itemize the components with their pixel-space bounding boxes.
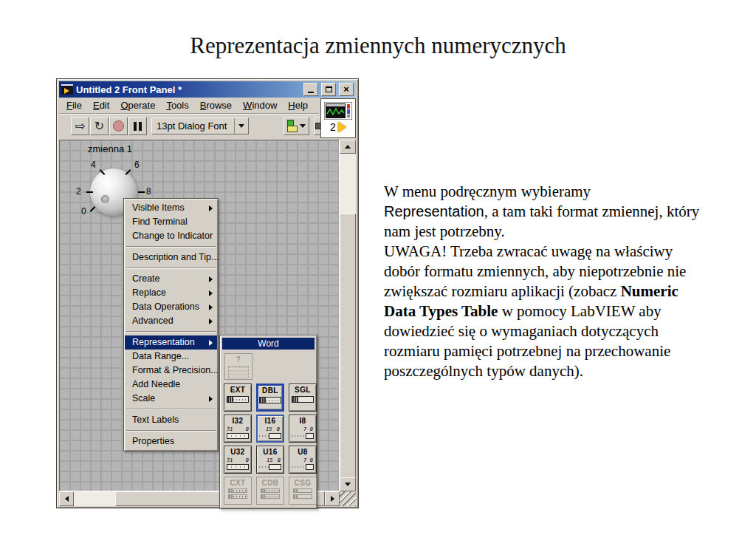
menu-item-description-and-tip[interactable]: Description and Tip... <box>125 251 217 265</box>
knob-tick <box>90 206 96 212</box>
menu-item-advanced[interactable]: Advanced <box>125 314 217 328</box>
close-button[interactable]: × <box>339 83 354 96</box>
menu-separator <box>126 246 216 248</box>
menu-item-scale[interactable]: Scale <box>125 392 217 406</box>
run-button[interactable]: ⇨ <box>71 117 89 135</box>
menu-item-format-precision[interactable]: Format & Precision... <box>125 364 217 378</box>
type-SGL[interactable]: SGL <box>289 384 317 412</box>
scroll-left-icon <box>65 496 69 502</box>
submenu-arrow-icon <box>209 276 213 282</box>
pause-button[interactable] <box>128 117 147 135</box>
vertical-scrollbar[interactable] <box>340 140 356 491</box>
menu-item-change-to-indicator[interactable]: Change to Indicator <box>125 229 217 243</box>
knob-tick <box>138 191 145 193</box>
type-CSG: CSG <box>289 477 317 505</box>
representation-word: Representation <box>384 203 484 219</box>
menu-browse[interactable]: Browse <box>196 98 236 112</box>
menu-item-add-needle[interactable]: Add Needle <box>125 378 217 392</box>
complex-bits-icon <box>228 494 247 499</box>
submenu-header: Word <box>222 338 315 350</box>
run-continuously-icon: ↻ <box>94 120 104 132</box>
font-selector-dropdown-button[interactable] <box>234 118 248 134</box>
type-U32[interactable]: U32 310 <box>224 446 252 474</box>
knob-scale-label: 4 <box>91 160 96 170</box>
type-CXT: CXT <box>224 477 252 505</box>
menu-separator <box>126 331 216 333</box>
menu-item-data-range[interactable]: Data Range... <box>125 350 217 364</box>
type-DBL[interactable]: DBL <box>256 384 284 412</box>
type-U16[interactable]: U16 150 <box>256 446 284 474</box>
run-continuously-button[interactable]: ↻ <box>90 117 109 135</box>
type-I16[interactable]: I16 150 <box>256 415 284 443</box>
complex-bits-icon <box>261 494 280 499</box>
labview-icon <box>61 84 73 95</box>
menu-item-replace[interactable]: Replace <box>125 286 217 300</box>
scroll-up-button[interactable] <box>340 140 356 154</box>
close-icon: × <box>343 85 349 94</box>
paragraph-1: W menu podręcznym wybieramy Representati… <box>384 182 707 242</box>
align-objects-button[interactable] <box>284 117 309 135</box>
type-I8[interactable]: I8 70 <box>289 415 317 443</box>
labview-run-arrow-icon <box>338 122 346 132</box>
menu-operate[interactable]: Operate <box>116 98 159 112</box>
page-title: Reprezentacja zmiennych numerycznych <box>0 33 756 59</box>
int-bits-icon <box>292 464 314 470</box>
menu-separator <box>126 268 216 269</box>
menu-item-visible-items[interactable]: Visible Items <box>125 201 217 215</box>
submenu-body: ? EXT DBL SGL I32 310 I16 1 <box>222 350 315 508</box>
abort-button[interactable] <box>109 117 128 135</box>
font-selector[interactable]: 13pt Dialog Font <box>151 117 249 134</box>
maximize-icon <box>326 86 332 92</box>
running-vi-count: 2 <box>330 121 336 133</box>
front-panel-thumbnail-icon <box>324 102 352 120</box>
representation-submenu: Word ? EXT DBL SGL I32 310 <box>219 335 317 509</box>
vertical-scrollbar-thumb[interactable] <box>340 214 356 478</box>
menu-edit[interactable]: Edit <box>89 98 114 112</box>
resize-grip[interactable] <box>340 491 356 506</box>
scroll-left-button[interactable] <box>59 491 74 506</box>
type-CDB: CDB <box>256 477 284 505</box>
float-bits-icon <box>292 396 314 403</box>
menu-help[interactable]: Help <box>284 98 312 112</box>
maximize-button[interactable] <box>321 83 336 96</box>
scroll-up-icon <box>345 145 351 149</box>
menu-item-data-operations[interactable]: Data Operations <box>125 300 217 314</box>
pause-icon <box>134 122 142 131</box>
type-I32[interactable]: I32 310 <box>224 415 252 443</box>
int-bits-icon <box>227 464 249 470</box>
submenu-arrow-icon <box>209 340 213 346</box>
menu-item-find-terminal[interactable]: Find Terminal <box>125 215 217 229</box>
type-U8[interactable]: U8 70 <box>289 446 317 474</box>
menu-item-create[interactable]: Create <box>125 272 217 286</box>
chevron-down-icon <box>300 124 306 128</box>
type-EXT[interactable]: EXT <box>224 384 252 412</box>
menu-item-properties[interactable]: Properties <box>125 435 217 449</box>
window-title: Untitled 2 Front Panel * <box>76 84 300 95</box>
titlebar[interactable]: Untitled 2 Front Panel * × <box>59 81 356 98</box>
description-text: W menu podręcznym wybieramy Representati… <box>384 182 707 381</box>
complex-bits-icon <box>261 488 280 493</box>
int-bits-icon <box>227 433 249 439</box>
menu-file[interactable]: File <box>62 98 86 112</box>
submenu-arrow-icon <box>209 318 213 324</box>
complex-bits-icon <box>228 488 247 493</box>
float-bits-icon <box>227 396 249 403</box>
menu-separator <box>126 430 216 432</box>
knob-indicator-dimple <box>101 195 109 203</box>
menu-item-representation[interactable]: Representation <box>125 335 217 350</box>
knob-scale-label: 2 <box>76 186 81 197</box>
scroll-down-button[interactable] <box>340 477 356 491</box>
menu-tools[interactable]: Tools <box>162 98 193 112</box>
menu-window[interactable]: Window <box>238 98 281 112</box>
context-menu: Visible Items Find Terminal Change to In… <box>123 198 219 451</box>
complex-bits-icon <box>293 494 312 499</box>
knob-scale-label: 6 <box>134 160 140 170</box>
scroll-right-button[interactable] <box>325 491 340 506</box>
unknown-type-icon <box>228 366 249 378</box>
panel-icon-button[interactable]: 2 <box>320 98 356 138</box>
submenu-arrow-icon <box>209 205 213 211</box>
run-arrow-icon: ⇨ <box>75 120 85 132</box>
minimize-button[interactable] <box>303 83 318 96</box>
menu-item-text-labels[interactable]: Text Labels <box>125 413 217 427</box>
submenu-arrow-icon <box>209 396 213 402</box>
